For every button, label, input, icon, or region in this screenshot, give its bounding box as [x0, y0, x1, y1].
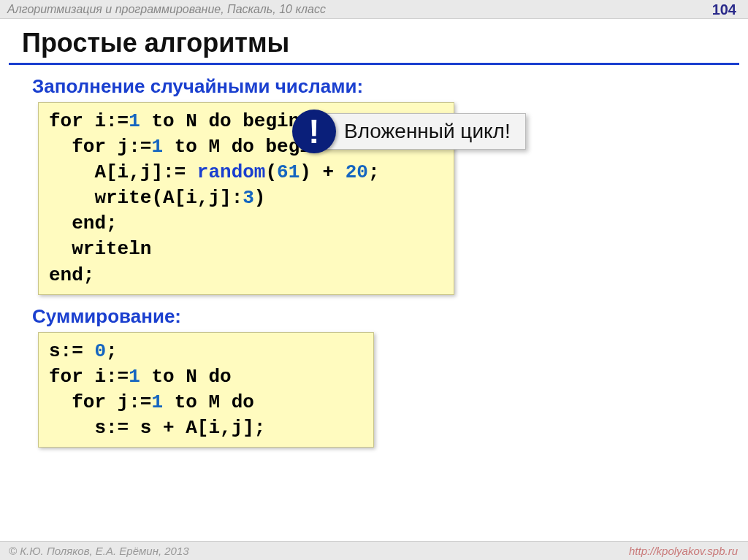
- code-line: s:= s + A[i,j];: [49, 417, 265, 439]
- code-line: write(A[i,j]:3): [49, 187, 265, 209]
- code-line: s:= 0;: [49, 340, 118, 362]
- header-subtitle: Алгоритмизация и программирование, Паска…: [7, 3, 326, 16]
- slide-title: Простые алгоритмы: [22, 28, 748, 58]
- header-bar: Алгоритмизация и программирование, Паска…: [0, 0, 748, 19]
- title-divider: [9, 63, 739, 65]
- section1-label: Заполнение случайными числами:: [32, 75, 748, 98]
- code-line: writeln: [49, 238, 151, 260]
- code-line: for i:=1 to N do begin: [49, 110, 299, 132]
- footer-url: http://kpolyakov.spb.ru: [629, 545, 738, 557]
- callout-text: Вложенный цикл!: [323, 113, 526, 150]
- footer-bar: © К.Ю. Поляков, Е.А. Ерёмин, 2013 http:/…: [0, 541, 748, 560]
- slide: Алгоритмизация и программирование, Паска…: [0, 0, 748, 560]
- exclamation-icon: !: [292, 110, 336, 153]
- page-number: 104: [712, 1, 736, 18]
- code-line: for i:=1 to N do: [49, 366, 232, 388]
- section2-label: Суммирование:: [32, 305, 748, 328]
- footer-copyright: © К.Ю. Поляков, Е.А. Ерёмин, 2013: [9, 545, 189, 557]
- code-line: for j:=1 to M do: [49, 391, 254, 413]
- code-line: for j:=1 to M do begin: [49, 136, 322, 158]
- code-line: end;: [49, 212, 118, 234]
- callout: ! Вложенный цикл!: [292, 110, 526, 153]
- code-line: A[i,j]:= random(61) + 20;: [49, 161, 380, 183]
- code-line: end;: [49, 264, 94, 286]
- code-block-2: s:= 0; for i:=1 to N do for j:=1 to M do…: [38, 332, 374, 448]
